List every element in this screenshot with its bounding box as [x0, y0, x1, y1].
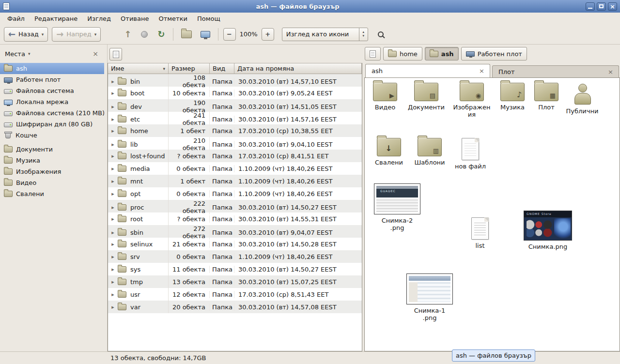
table-row[interactable]: ▸ selinux 21 обекта Папка 30.03.2010 (вт…	[108, 238, 362, 250]
tab-close-icon[interactable]: ×	[478, 67, 486, 75]
search-button[interactable]	[375, 27, 387, 42]
expander-icon[interactable]: ▸	[108, 241, 118, 247]
forward-button[interactable]: → Напред ▾	[52, 27, 101, 42]
sidebar-item[interactable]: Работен плот	[0, 74, 104, 85]
menu-item[interactable]: Отиване	[116, 14, 153, 24]
view-mode-select[interactable]: Изглед като икони ▴ ▾	[282, 28, 368, 41]
sidebar-item[interactable]: Кошче	[0, 130, 104, 141]
tab-close-icon[interactable]: ×	[606, 68, 615, 76]
expander-icon[interactable]: ▸	[108, 116, 118, 122]
zoom-out-button[interactable]: −	[223, 28, 236, 41]
sidebar-item[interactable]: Свалени	[0, 188, 104, 199]
column-header-size[interactable]: Размер	[169, 63, 210, 74]
location-bar-toggle-button[interactable]	[109, 48, 122, 61]
expander-icon[interactable]: ▸	[108, 291, 118, 298]
file-icon-item[interactable]: Изображения	[451, 83, 493, 118]
maximize-button[interactable]	[597, 2, 606, 11]
view-mode-spinner[interactable]: ▴ ▾	[359, 28, 368, 41]
expander-icon[interactable]: ▸	[108, 128, 118, 134]
sidebar-item[interactable]: Документи	[0, 144, 104, 155]
table-row[interactable]: ▸ boot 10 обекта Папка 30.03.2010 (вт) 9…	[108, 87, 362, 99]
table-row[interactable]: ▸ bin 108 обекта Папка 30.03.2010 (вт) 1…	[108, 74, 362, 87]
tab[interactable]: ash ×	[365, 64, 490, 77]
file-icon-item[interactable]: Видео	[368, 83, 403, 111]
minimize-button[interactable]	[586, 2, 595, 11]
pane-splitter[interactable]	[104, 45, 108, 351]
expander-icon[interactable]: ▸	[108, 141, 118, 148]
up-button[interactable]: ↑	[121, 27, 134, 42]
sidebar-mode-dropdown-icon[interactable]: ▾	[28, 51, 31, 56]
table-row[interactable]: ▸ dev 190 обекта Папка 30.03.2010 (вт) 1…	[108, 99, 362, 112]
expander-icon[interactable]: ▸	[108, 90, 118, 96]
titlebar[interactable]: ash — файлов браузър ×	[0, 0, 620, 13]
breadcrumb-button[interactable]: ash	[425, 47, 459, 61]
sidebar-item[interactable]: Локална мрежа	[0, 96, 104, 107]
expander-icon[interactable]: ▸	[108, 166, 118, 172]
taskbar-window-button[interactable]: ash — файлов браузър	[452, 349, 535, 362]
sidebar-close-icon[interactable]: ×	[92, 50, 99, 58]
table-row[interactable]: ▸ sys 11 обекта Папка 30.03.2010 (вт) 14…	[108, 263, 362, 275]
table-row[interactable]: ▸ usr 12 обекта Папка 17.03.2010 (ср) 8,…	[108, 288, 362, 301]
file-icon-item[interactable]: Плот	[531, 83, 561, 111]
expander-icon[interactable]: ▸	[108, 204, 118, 211]
computer-button[interactable]	[198, 27, 213, 42]
menu-item[interactable]: Отметки	[154, 14, 191, 24]
back-button[interactable]: ← Назад ▾	[4, 27, 48, 42]
sidebar-item[interactable]: Видео	[0, 177, 104, 188]
column-header-date[interactable]: Дата на промяна	[234, 63, 362, 74]
breadcrumb-button[interactable]: home	[383, 47, 422, 61]
expander-icon[interactable]: ▸	[108, 153, 118, 159]
expander-icon[interactable]: ▸	[108, 178, 118, 184]
sidebar-item[interactable]: Изображения	[0, 166, 104, 177]
menu-item[interactable]: Файл	[3, 14, 29, 24]
expander-icon[interactable]: ▸	[108, 78, 118, 85]
file-icon-item[interactable]: нов файл	[452, 138, 489, 170]
file-icon-item[interactable]: list	[465, 217, 496, 249]
table-row[interactable]: ▸ lib 210 обекта Папка 30.03.2010 (вт) 9…	[108, 137, 362, 150]
home-button[interactable]	[178, 27, 195, 42]
expander-icon[interactable]: ▸	[108, 229, 118, 236]
expander-icon[interactable]: ▸	[108, 191, 118, 197]
table-row[interactable]: ▸ home 1 обект Папка 17.03.2010 (ср) 10,…	[108, 124, 362, 137]
table-row[interactable]: ▸ proc 222 обекта Папка 30.03.2010 (вт) …	[108, 200, 362, 212]
expander-icon[interactable]: ▸	[108, 254, 118, 260]
sidebar-item[interactable]: ash	[0, 63, 104, 74]
table-row[interactable]: ▸ srv 0 обекта Папка 1.10.2009 (чт) 18,4…	[108, 250, 362, 263]
column-header-name[interactable]: Име ▾	[108, 63, 169, 74]
table-row[interactable]: ▸ opt 0 обекта Папка 1.10.2009 (чт) 18,4…	[108, 187, 362, 200]
expander-icon[interactable]: ▸	[108, 216, 118, 222]
column-header-type[interactable]: Вид	[210, 63, 234, 74]
table-row[interactable]: ▸ media 0 обекта Папка 1.10.2009 (чт) 18…	[108, 162, 362, 175]
sidebar-item[interactable]: Шифриран дял (80 GB)	[0, 119, 104, 130]
table-row[interactable]: ▸ mnt 1 обект Папка 1.10.2009 (чт) 18,40…	[108, 175, 362, 187]
file-icon-item[interactable]: Документи	[406, 83, 446, 111]
breadcrumb-button[interactable]: Работен плот	[461, 47, 527, 61]
file-icon-item[interactable]: Шаблони	[412, 138, 447, 166]
file-icon-item[interactable]: Музика	[496, 83, 528, 111]
back-dropdown-icon[interactable]: ▾	[42, 32, 44, 37]
tab[interactable]: Плот ×	[492, 65, 619, 77]
close-button[interactable]: ×	[608, 2, 617, 11]
table-row[interactable]: ▸ tmp 13 обекта Папка 30.03.2010 (вт) 15…	[108, 275, 362, 288]
menu-item[interactable]: Изглед	[83, 14, 115, 24]
table-row[interactable]: ▸ root ? обекта Папка 30.03.2010 (вт) 14…	[108, 212, 362, 225]
stop-button[interactable]	[138, 27, 151, 42]
expander-icon[interactable]: ▸	[108, 279, 118, 285]
file-icon-item[interactable]: Снимка-1.png	[404, 273, 455, 321]
table-row[interactable]: ▸ var 20 обекта Папка 30.03.2010 (вт) 14…	[108, 301, 362, 313]
path-edit-button[interactable]	[365, 47, 381, 61]
reload-button[interactable]: ↻	[155, 27, 168, 42]
menu-item[interactable]: Помощ	[193, 14, 225, 24]
file-icon-item[interactable]: Снимка.png	[523, 211, 573, 250]
file-icon-item[interactable]: Свалени	[372, 138, 406, 166]
sidebar-item[interactable]: Музика	[0, 155, 104, 166]
table-row[interactable]: ▸ sbin 272 обекта Папка 30.03.2010 (вт) …	[108, 225, 362, 238]
sidebar-item[interactable]: Файлова система	[0, 85, 104, 96]
expander-icon[interactable]: ▸	[108, 266, 118, 273]
zoom-in-button[interactable]: +	[262, 28, 274, 41]
table-row[interactable]: ▸ etc 241 обекта Папка 30.03.2010 (вт) 1…	[108, 112, 362, 124]
table-row[interactable]: ▸ lost+found ? обекта Папка 17.03.2010 (…	[108, 150, 362, 162]
sidebar-item[interactable]: Файлова система (210 MB)	[0, 107, 104, 119]
file-icon-item[interactable]: Публични	[563, 83, 601, 115]
expander-icon[interactable]: ▸	[108, 104, 118, 110]
